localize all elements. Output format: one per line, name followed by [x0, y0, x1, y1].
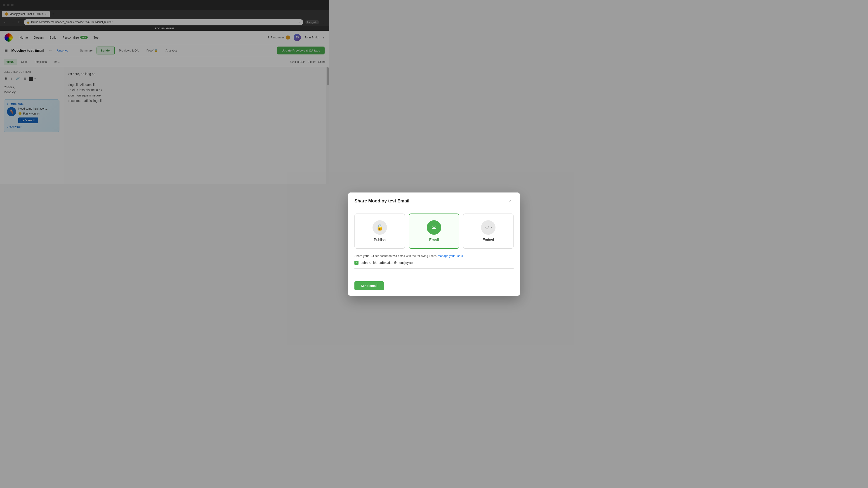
- modal-overlay[interactable]: Share Moodjoy test Email × 🔒 Publish ✉ E…: [0, 0, 329, 184]
